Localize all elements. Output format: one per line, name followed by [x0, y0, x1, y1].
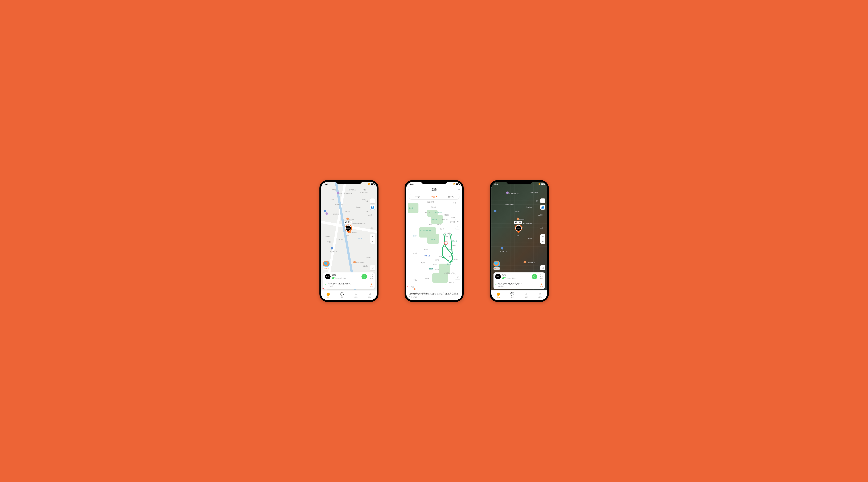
signal-icon: 📶	[453, 183, 455, 185]
address-time: 1分钟内	[498, 285, 539, 288]
refresh-icon	[540, 274, 543, 277]
tab-mine[interactable]: ☺我的	[363, 290, 377, 300]
tab-label: 发现	[525, 296, 528, 298]
home-indicator[interactable]	[425, 299, 443, 299]
day-tab-next[interactable]: 后一天	[442, 194, 459, 199]
card-address-row[interactable]: ⌔ 路(在万达广场(威海店)附近) 1分钟内 足迹	[495, 281, 543, 288]
timeline-knob[interactable]	[414, 288, 416, 290]
poi-label: 万达·山海雅苑	[356, 262, 365, 264]
card-header: XIAOMI 米米 55% 1分钟内 ✆ 刷新	[495, 274, 543, 279]
park-area	[432, 273, 448, 283]
zoom-out-button[interactable]: －	[370, 239, 375, 244]
toggle-switch[interactable]	[332, 277, 336, 279]
avatar[interactable]: XIAOMI	[495, 274, 501, 279]
updated-text: 1分钟内	[510, 277, 516, 279]
zoom-control: ＋ －	[370, 234, 375, 244]
locate-button[interactable]: ◎	[455, 274, 460, 279]
poi-label: 9号楼	[365, 200, 368, 202]
tab-location[interactable]: ⬤定位	[321, 290, 335, 300]
tab-label: 消息	[340, 296, 344, 298]
chevron-down-icon	[436, 196, 437, 197]
avatar[interactable]: XIAOMI	[325, 274, 331, 279]
tab-label: 消息	[511, 296, 514, 298]
zoom-in-button[interactable]: ＋	[540, 234, 545, 239]
zoom-in-button[interactable]: ＋	[370, 234, 375, 239]
page-title: 足迹	[432, 188, 437, 191]
user-meta: 55% 1分钟内	[332, 277, 360, 279]
phone-mockup-3: 10:41 📶 望岛名郡商业中心 蓝星·金谷园 9号楼 福顺家常菜馆 华鑫超市 …	[490, 180, 549, 302]
card-address-row[interactable]: ⌔ 路(在万达广场(威海店)附近) 1分钟内 足迹	[325, 281, 373, 288]
call-button[interactable]: ✆	[532, 274, 537, 279]
tab-discover[interactable]: ☆发现	[519, 290, 533, 300]
poi-label: 12号楼	[332, 189, 336, 191]
phone-mockup-1: 10:42 📶 12号楼 老邻居商店 2号楼 望岛名郡商业中心-F区 蓝星·金谷…	[319, 180, 378, 302]
tab-messages[interactable]: 💬消息	[335, 290, 349, 300]
filter-button[interactable]: ≡	[458, 188, 460, 191]
day-tab-prev[interactable]: 前一天	[409, 194, 426, 199]
back-button[interactable]: ‹	[408, 188, 409, 192]
poi-label: 华鑫超市	[356, 206, 362, 208]
footprint-icon	[540, 283, 543, 285]
poi-label: 以纯	[346, 235, 349, 237]
refresh-button[interactable]: 刷新	[540, 274, 543, 279]
zoom-in-button[interactable]: ＋	[455, 219, 460, 224]
mascot[interactable]: 定位陪伴	[493, 261, 500, 270]
footprint-button[interactable]: 足迹	[540, 283, 543, 287]
poi-label: 富力星天地	[330, 251, 337, 253]
poi-label: 汤火功夫麻辣烫万达店	[352, 223, 366, 225]
layer-button[interactable]: ▢	[370, 265, 375, 270]
poi-icon	[506, 192, 508, 194]
poi-label: 15号楼	[327, 241, 332, 243]
people-button[interactable]: 👥	[370, 205, 375, 210]
mascot-icon	[494, 261, 500, 266]
layer-button[interactable]: ▢	[540, 265, 545, 270]
timeline-slider[interactable]	[409, 289, 460, 289]
home-indicator[interactable]	[510, 299, 528, 299]
svg-point-3	[442, 256, 444, 257]
people-button[interactable]: 👥	[540, 205, 545, 210]
timeline-fill	[409, 289, 414, 289]
star-icon: ☆	[525, 292, 528, 296]
pin-bubble: 1分钟内	[344, 221, 352, 224]
mascot-icon	[323, 261, 330, 266]
poi-label: 福源家常菜馆	[335, 204, 343, 205]
pin-tip	[517, 231, 520, 233]
address-time: 1分钟内	[328, 285, 368, 288]
more-button[interactable]: ⋯	[370, 198, 375, 203]
footprint-button[interactable]: 足迹	[370, 283, 373, 287]
location-pin[interactable]: 1分钟内 XIAOMI	[345, 225, 352, 233]
tab-bar: ⬤定位 💬消息 ☆发现 ☺我的	[491, 290, 547, 300]
address-panel[interactable]: 山东省威海市环翠区仙姑顶路(在万达广场(威海店)附近) 今天 10:27	[406, 290, 462, 300]
wifi-icon: ⌔	[495, 284, 497, 286]
baidu-watermark: Baidu地图	[407, 286, 414, 288]
refresh-button[interactable]: 刷新	[370, 274, 373, 279]
home-indicator[interactable]	[340, 299, 358, 299]
more-button[interactable]: ⋯	[540, 198, 545, 203]
location-pin[interactable]: 1分钟内 XIAOMI	[515, 225, 522, 233]
page-header: ‹ 足迹 ≡	[406, 187, 462, 193]
poi-label: 一起名记	[345, 211, 350, 213]
tab-messages[interactable]: 💬消息	[505, 290, 519, 300]
zoom-out-button[interactable]: －	[540, 239, 545, 244]
day-tab-today[interactable]: 今天	[426, 194, 442, 199]
screen: 10:43 📶 ‹ 足迹 ≡ 前一天 今天 后一天 威海大学	[406, 182, 462, 300]
mascot[interactable]: 定位陪伴	[323, 261, 330, 270]
tab-location[interactable]: ⬤定位	[491, 290, 505, 300]
poi-label: 围炉锅盔	[351, 231, 357, 233]
zoom-out-button[interactable]: －	[455, 224, 460, 229]
current-location-marker[interactable]: ●	[444, 241, 448, 245]
face-icon: ☺	[538, 292, 541, 296]
face-icon: ☺	[368, 292, 371, 296]
user-meta: 55% 1分钟内	[502, 277, 530, 279]
map-side-controls: ⋯ 👥	[540, 198, 545, 210]
tab-discover[interactable]: ☆发现	[349, 290, 363, 300]
user-card: XIAOMI 米米 55% 1分钟内 ✆ 刷新 ⌔	[494, 272, 545, 289]
battery-icon	[541, 183, 545, 185]
chat-icon: 💬	[510, 292, 514, 296]
toggle-switch[interactable]	[502, 277, 506, 279]
tab-mine[interactable]: ☺我的	[533, 290, 547, 300]
notch	[421, 180, 447, 184]
address-text: 路(在万达广场(威海店)附近)	[328, 282, 368, 285]
poi-icon	[337, 192, 339, 194]
call-button[interactable]: ✆	[362, 274, 367, 279]
